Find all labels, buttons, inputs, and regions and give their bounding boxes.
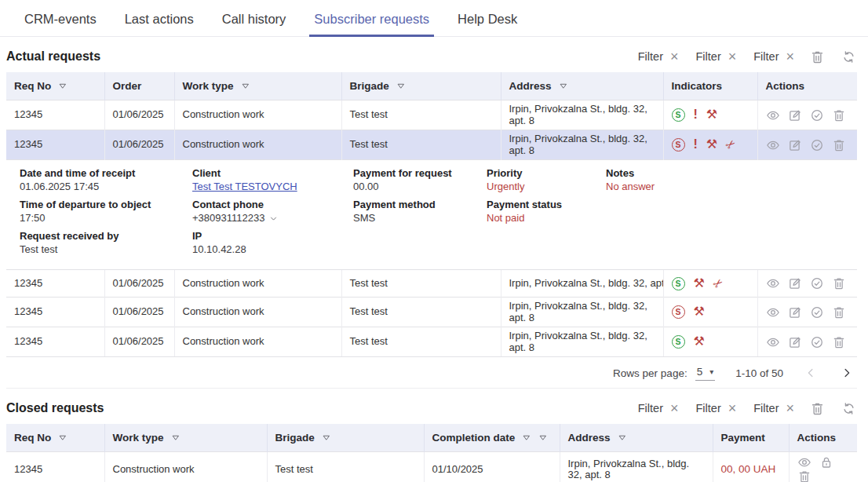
table-row[interactable]: 1234501/06/2025Construction workTest tes… [6, 100, 857, 130]
edit-icon[interactable] [788, 108, 802, 122]
rows-per-page-label: Rows per page: [613, 367, 687, 379]
next-page-button[interactable] [840, 365, 855, 381]
pagination-bar: Rows per page: 5 ▾ 1-10 of 50 [6, 357, 857, 389]
close-icon[interactable]: × [670, 49, 679, 64]
filter-chip[interactable]: Filter× [696, 49, 737, 64]
filter-icon[interactable] [559, 82, 568, 91]
table-row[interactable]: 1234501/06/2025Construction workTest tes… [6, 270, 857, 298]
tab-help-desk[interactable]: Help Desk [453, 9, 522, 36]
detail-field: PriorityUrgently [487, 167, 606, 193]
column-header-actions: Actions [789, 424, 857, 452]
trash-icon[interactable] [797, 469, 811, 482]
filter-icon[interactable] [396, 82, 406, 91]
close-icon[interactable]: × [728, 49, 737, 64]
filter-chip-label: Filter [638, 402, 663, 414]
cell-actions [757, 100, 857, 130]
close-icon[interactable]: × [786, 49, 794, 64]
eye-icon[interactable] [766, 138, 780, 152]
filter-chip[interactable]: Filter× [696, 401, 737, 415]
rows-per-page-select[interactable]: 5 ▾ [695, 366, 716, 381]
closed-requests-title: Closed requests [6, 401, 104, 415]
lock-icon[interactable] [819, 455, 833, 469]
detail-field: ClientTest Test TESTOVYCH [192, 167, 353, 193]
trash-icon[interactable] [832, 276, 846, 290]
filter-icon[interactable] [522, 433, 531, 443]
table-header-row: Req NoOrderWork typeBrigadeAddressIndica… [6, 72, 857, 100]
tab-subscriber-requests[interactable]: Subscriber requests [309, 9, 434, 36]
previous-page-button[interactable] [804, 365, 819, 381]
column-header-address[interactable]: Address [560, 424, 713, 452]
cell-brigade: Test test [267, 452, 424, 482]
trash-icon[interactable] [832, 138, 846, 152]
edit-icon[interactable] [788, 305, 802, 320]
column-header-work_type[interactable]: Work type [174, 72, 341, 100]
trash-icon[interactable] [832, 305, 846, 320]
column-header-brigade[interactable]: Brigade [341, 72, 501, 100]
filter-icon[interactable] [538, 433, 548, 443]
column-header-completion_date[interactable]: Completion date [424, 424, 560, 452]
tab-last-actions[interactable]: Last actions [120, 9, 199, 36]
filter-icon[interactable] [171, 433, 181, 443]
detail-field-value: +380931112233 [192, 212, 353, 225]
client-link[interactable]: Test Test TESTOVYCH [192, 181, 297, 193]
eye-icon[interactable] [766, 108, 780, 122]
filter-icon[interactable] [58, 433, 67, 443]
column-header-label: Work type [113, 432, 164, 444]
close-icon[interactable]: × [670, 401, 679, 415]
column-header-req_no[interactable]: Req No [6, 424, 104, 452]
column-header-req_no[interactable]: Req No [6, 72, 104, 100]
filter-chip[interactable]: Filter× [753, 401, 794, 415]
cell-work_type: Construction work [174, 100, 341, 130]
check-circle-icon[interactable] [810, 108, 824, 122]
detail-field-label: Date and time of receipt [20, 167, 192, 180]
cell-req_no: 12345 [6, 327, 104, 357]
eye-icon[interactable] [766, 335, 780, 349]
tab-crm-events[interactable]: CRM-events [20, 9, 101, 36]
column-header-label: Actions [766, 80, 805, 92]
eye-icon[interactable] [766, 276, 780, 290]
filter-icon[interactable] [58, 82, 67, 91]
check-circle-icon[interactable] [810, 138, 824, 152]
payment-due-icon: S [672, 305, 685, 319]
refresh-button[interactable] [841, 400, 857, 416]
filter-chip[interactable]: Filter× [638, 49, 679, 64]
detail-field: NotesNo answer [606, 167, 857, 193]
table-row[interactable]: 12345Construction workTest test01/10/202… [6, 452, 857, 482]
clear-filters-button[interactable] [810, 400, 826, 416]
column-header-address[interactable]: Address [501, 72, 663, 100]
cell-work_type: Construction work [174, 270, 341, 298]
trash-icon[interactable] [832, 335, 846, 349]
chevron-down-icon[interactable] [268, 214, 279, 224]
filter-icon[interactable] [618, 433, 627, 443]
check-circle-icon[interactable] [810, 305, 824, 320]
close-icon[interactable]: × [728, 401, 737, 415]
close-icon[interactable]: × [786, 401, 794, 415]
table-row[interactable]: 1234501/06/2025Construction workTest tes… [6, 298, 857, 327]
edit-icon[interactable] [788, 138, 802, 152]
trash-icon[interactable] [832, 108, 846, 122]
payment-ok-icon: S [672, 108, 685, 122]
clear-filters-button[interactable] [810, 49, 826, 64]
check-circle-icon[interactable] [810, 335, 824, 349]
filter-icon[interactable] [322, 433, 331, 443]
edit-icon[interactable] [788, 335, 802, 349]
table-row[interactable]: 1234501/06/2025Construction workTest tes… [6, 327, 857, 357]
detail-field-value: Test Test TESTOVYCH [192, 181, 353, 193]
detail-field-value: Test test [20, 243, 192, 256]
column-header-label: Brigade [350, 80, 389, 92]
column-header-brigade[interactable]: Brigade [267, 424, 424, 452]
filter-chip[interactable]: Filter× [638, 401, 679, 415]
filter-chip[interactable]: Filter× [753, 49, 794, 64]
check-circle-icon[interactable] [810, 276, 824, 290]
edit-icon[interactable] [788, 276, 802, 290]
tab-call-history[interactable]: Call history [217, 9, 291, 36]
table-row[interactable]: 1234501/06/2025Construction workTest tes… [6, 130, 857, 160]
eye-icon[interactable] [797, 455, 811, 469]
detail-field-label: Payment method [353, 199, 487, 211]
column-header-payment: Payment [713, 424, 789, 452]
column-header-work_type[interactable]: Work type [104, 424, 267, 452]
works-icon: ⚒ [706, 109, 717, 121]
refresh-button[interactable] [841, 49, 857, 64]
eye-icon[interactable] [766, 305, 780, 320]
filter-icon[interactable] [241, 82, 250, 91]
